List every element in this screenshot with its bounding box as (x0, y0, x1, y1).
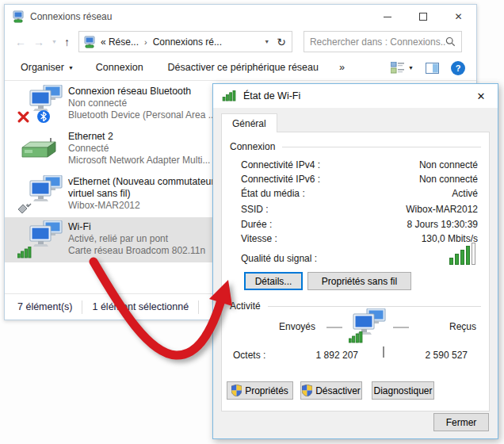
network-computers-icon (29, 220, 63, 249)
disable-device-label: Désactiver ce périphérique réseau (168, 62, 319, 73)
network-connections-icon (12, 10, 25, 23)
address-bar-row: ← → ▼ ↑ « Rése... › Connexions ré... ▼ ↻… (5, 29, 476, 55)
item-name: vEthernet (Nouveau commutateur virtuel s… (68, 176, 231, 200)
close-button[interactable]: ✕ (441, 5, 476, 29)
connection-group-label: Connexion (230, 141, 275, 152)
up-icon[interactable]: ↑ (64, 36, 70, 48)
minimize-icon (384, 17, 391, 17)
signal-quality-bars-icon (449, 243, 475, 265)
disconnected-x-icon (17, 111, 29, 123)
duration-label: Durée : (241, 219, 272, 230)
address-location-icon (83, 36, 96, 48)
ethernet-plug-icon (17, 202, 33, 213)
tab-general[interactable]: Général (221, 113, 277, 132)
signal-quality-label: Qualité du signal : (241, 253, 317, 264)
dialog-title-bar[interactable]: État de Wi-Fi ✕ (213, 84, 498, 108)
activity-dash (326, 327, 342, 328)
change-view-caret-icon: ▼ (408, 65, 414, 71)
maximize-button[interactable] (405, 5, 441, 29)
activity-dash (393, 327, 409, 328)
activity-group-label: Activité (230, 300, 261, 312)
statusbar-divider (198, 300, 199, 314)
properties-button[interactable]: Propriétés (227, 381, 293, 400)
item-device: Bluetooth Device (Personal Area ... (68, 109, 216, 121)
diagnose-button[interactable]: Diagnostiquer (372, 381, 434, 400)
maximize-icon (419, 13, 427, 21)
ipv4-label: Connectivité IPv4 : (241, 159, 320, 170)
received-label: Reçus (449, 321, 476, 332)
search-input[interactable]: Rechercher dans : Connexions... (304, 31, 462, 52)
item-status: Connecté (68, 143, 210, 155)
statusbar-divider (82, 300, 82, 314)
breadcrumb-current[interactable]: Connexions ré... (153, 36, 222, 48)
item-status: Activé, relié par un pont (68, 233, 205, 245)
more-commands-button[interactable]: » (339, 62, 345, 73)
breadcrumb[interactable]: « Rése... (101, 36, 139, 48)
forward-icon[interactable]: → (33, 36, 44, 48)
organize-caret-icon: ▼ (68, 65, 74, 71)
preview-pane-icon[interactable] (426, 63, 439, 74)
organize-label: Organiser (21, 62, 64, 73)
organize-button[interactable]: Organiser ▼ (21, 62, 74, 73)
uac-shield-icon (302, 385, 312, 396)
properties-label: Propriétés (245, 385, 288, 396)
dialog-close-button[interactable]: ✕ (464, 84, 498, 108)
bluetooth-icon (37, 110, 50, 123)
general-tab-page: Connexion Connectivité IPv4 : Non connec… (221, 132, 490, 411)
bytes-received-value: 2 590 527 (395, 350, 468, 361)
change-view-button[interactable]: ▼ (391, 62, 414, 74)
address-bar[interactable]: « Rése... › Connexions ré... ▼ ↻ (78, 31, 292, 52)
disable-label: Désactiver (315, 385, 361, 396)
item-name: Connexion réseau Bluetooth (68, 86, 216, 98)
disable-device-button[interactable]: Désactiver ce périphérique réseau (168, 62, 319, 73)
network-computers-icon (29, 85, 63, 113)
connection-button[interactable]: Connexion (96, 62, 143, 73)
ipv4-value: Non connecté (419, 159, 478, 170)
ipv6-label: Connectivité IPv6 : (241, 174, 320, 185)
activity-tick (383, 346, 384, 358)
item-name: Ethernet 2 (68, 131, 210, 143)
bytes-label: Octets : (233, 350, 265, 361)
item-device: Carte réseau Broadcom 802.11n (68, 245, 205, 257)
item-status: Non connecté (68, 98, 216, 109)
speed-label: Vitesse : (241, 233, 277, 244)
item-status: Wibox-MAR2012 (68, 200, 231, 212)
search-placeholder: Rechercher dans : Connexions... (310, 36, 445, 48)
activity-computer-icon (347, 308, 388, 346)
search-icon (445, 36, 456, 47)
window-title: Connexions réseau (30, 11, 112, 22)
item-name: Wi-Fi (68, 221, 205, 233)
ssid-value: Wibox-MAR2012 (406, 204, 478, 215)
more-commands-icon: » (339, 62, 345, 73)
group-rule (282, 147, 481, 147)
back-icon[interactable]: ← (15, 36, 26, 48)
minimize-button[interactable] (369, 5, 405, 29)
title-bar[interactable]: Connexions réseau ✕ (5, 5, 476, 29)
wifi-status-dialog: État de Wi-Fi ✕ Général Connexion Connec… (212, 83, 498, 439)
uac-shield-icon (231, 385, 242, 396)
ethernet-adapter-icon (21, 138, 57, 162)
help-button[interactable]: ? (451, 61, 465, 75)
recent-pages-chevron-icon[interactable]: ▼ (52, 39, 57, 44)
duration-value: 8 Jours 19:30:39 (407, 219, 478, 230)
network-computers-icon (29, 175, 63, 204)
item-count: 7 élément(s) (17, 301, 72, 312)
disable-button[interactable]: Désactiver (300, 381, 362, 400)
change-view-icon (391, 62, 404, 74)
wifi-signal-icon (17, 247, 32, 258)
connection-label: Connexion (96, 62, 143, 73)
wireless-properties-button[interactable]: Propriétés sans fil (307, 272, 411, 290)
close-dialog-button[interactable]: Fermer (433, 413, 489, 431)
media-state-label: État du média : (241, 188, 305, 199)
address-dropdown-icon[interactable]: ▼ (264, 39, 269, 44)
wifi-signal-icon (222, 90, 237, 101)
details-button[interactable]: Détails... (244, 272, 303, 290)
breadcrumb-separator: › (144, 37, 147, 47)
refresh-icon[interactable]: ↻ (277, 36, 286, 48)
ssid-label: SSID : (241, 204, 269, 215)
item-device: Microsoft Network Adapter Multi... (68, 155, 210, 166)
selection-count: 1 élément sélectionné (92, 301, 189, 312)
dialog-title: État de Wi-Fi (243, 90, 300, 101)
command-toolbar: Organiser ▼ Connexion Désactiver ce péri… (5, 55, 476, 81)
group-rule (268, 306, 481, 307)
